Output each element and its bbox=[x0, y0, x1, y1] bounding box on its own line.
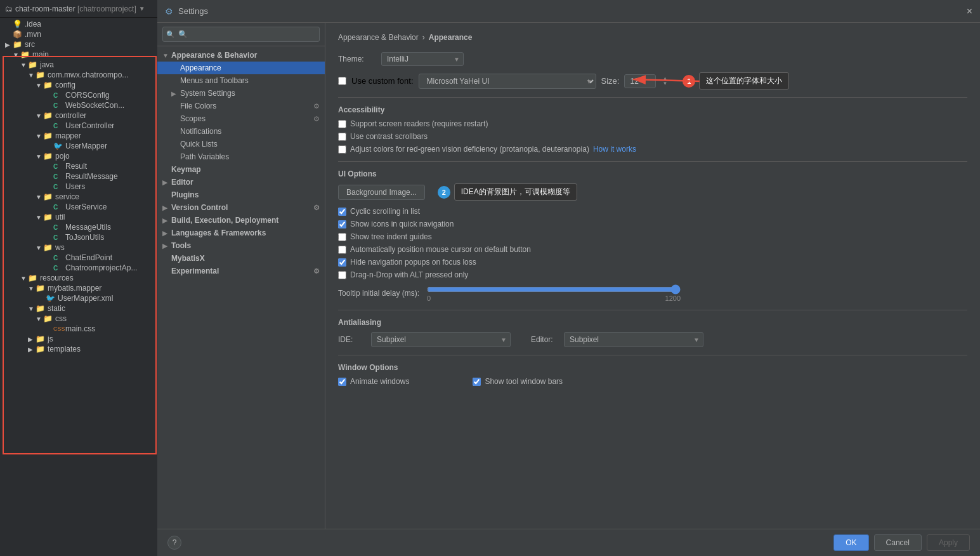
tree-item-src[interactable]: ▶📁src bbox=[0, 39, 160, 50]
sidebar-item-editor[interactable]: ▶ Editor bbox=[157, 176, 325, 189]
cancel-button[interactable]: Cancel bbox=[874, 534, 922, 551]
font-size-input[interactable] bbox=[624, 74, 656, 88]
sidebar-item-plugins[interactable]: Plugins bbox=[157, 189, 325, 201]
project-header[interactable]: 🗂 chat-room-master [chatroomproject] ▼ bbox=[0, 0, 160, 18]
tree-item-messageutils[interactable]: CMessageUtils bbox=[0, 222, 160, 232]
background-image-button[interactable]: Background Image... bbox=[338, 185, 425, 200]
show-icons-checkbox[interactable] bbox=[338, 220, 346, 228]
tree-item-chatendpoint[interactable]: CChatEndPoint bbox=[0, 253, 160, 263]
tree-item-com-mwx[interactable]: ▼📁com.mwx.chatroompo... bbox=[0, 70, 160, 80]
sidebar-item-languages[interactable]: ▶ Languages & Frameworks bbox=[157, 227, 325, 239]
sidebar-item-quick-lists[interactable]: Quick Lists bbox=[157, 138, 325, 150]
sidebar-label: Version Control bbox=[171, 203, 228, 212]
class-icon: C bbox=[53, 234, 63, 241]
window-options-row: Animate windows Show tool window bars bbox=[338, 377, 967, 390]
cyclic-scroll-checkbox[interactable] bbox=[338, 208, 346, 216]
how-it-works-link[interactable]: How it works bbox=[593, 145, 636, 154]
hide-nav-popups-checkbox[interactable] bbox=[338, 258, 346, 267]
hide-nav-popups-label: Hide navigation popups on focus loss bbox=[350, 258, 476, 267]
sidebar-item-version-control[interactable]: ▶ Version Control ⚙ bbox=[157, 201, 325, 214]
tree-item-mvn[interactable]: 📦.mvn bbox=[0, 29, 160, 39]
tree-item-service[interactable]: ▼📁service bbox=[0, 192, 160, 202]
sidebar-item-tools[interactable]: ▶ Tools bbox=[157, 239, 325, 252]
help-button[interactable]: ? bbox=[167, 536, 181, 550]
tree-item-usermapper-xml[interactable]: 🐦UserMapper.xml bbox=[0, 293, 160, 303]
tree-item-ws[interactable]: ▼📁ws bbox=[0, 242, 160, 253]
tree-item-util[interactable]: ▼📁util bbox=[0, 212, 160, 222]
tree-item-main[interactable]: ▼📁main bbox=[0, 50, 160, 60]
sidebar-item-build[interactable]: ▶ Build, Execution, Deployment bbox=[157, 214, 325, 227]
tree-item-pojo[interactable]: ▼📁pojo bbox=[0, 151, 160, 161]
tree-item-main-css[interactable]: CSSmain.css bbox=[0, 324, 160, 334]
tree-item-usermapper[interactable]: 🐦UserMapper bbox=[0, 141, 160, 151]
animate-windows-checkbox[interactable] bbox=[338, 378, 346, 386]
tooltip-delay-slider[interactable] bbox=[427, 284, 681, 295]
editor-aa-select[interactable]: Subpixel Greyscale No antialiasing bbox=[564, 332, 703, 347]
cyclic-scroll-label: Cyclic scrolling in list bbox=[350, 207, 420, 216]
accessibility-divider bbox=[338, 97, 967, 98]
tree-item-templates[interactable]: ▶📁templates bbox=[0, 344, 160, 354]
color-deficiency-label: Adjust colors for red-green vision defic… bbox=[350, 145, 589, 154]
sidebar-item-appearance[interactable]: Appearance bbox=[157, 62, 325, 74]
size-stepper-icon[interactable]: ▲▼ bbox=[662, 76, 667, 86]
tree-item-users[interactable]: CUsers bbox=[0, 182, 160, 192]
project-dropdown[interactable]: ▼ bbox=[139, 5, 145, 12]
tree-item-tojsonutils[interactable]: CToJsonUtils bbox=[0, 232, 160, 242]
tree-item-mapper[interactable]: ▼📁mapper bbox=[0, 131, 160, 141]
sidebar-item-notifications[interactable]: Notifications bbox=[157, 125, 325, 138]
sidebar-label: Editor bbox=[171, 178, 193, 187]
apply-button[interactable]: Apply bbox=[927, 534, 970, 551]
annotation-1-badge: 1 bbox=[683, 75, 695, 88]
tree-item-java[interactable]: ▼📁java bbox=[0, 60, 160, 70]
scopes-badge: ⚙ bbox=[313, 115, 320, 123]
sidebar-item-path-variables[interactable]: Path Variables bbox=[157, 150, 325, 163]
slider-labels: 0 1200 bbox=[427, 295, 681, 302]
tree-item-userservice[interactable]: CUserService bbox=[0, 202, 160, 212]
tree-item-static[interactable]: ▼📁static bbox=[0, 303, 160, 314]
tree-item-mybatis-mapper[interactable]: ▼📁mybatis.mapper bbox=[0, 283, 160, 293]
sidebar-item-experimental[interactable]: Experimental ⚙ bbox=[157, 265, 325, 277]
sidebar-label: Quick Lists bbox=[180, 140, 218, 149]
tree-item-chatroomprojectap[interactable]: CChatroomprojectAp... bbox=[0, 263, 160, 273]
tree-item-resources[interactable]: ▼📁resources bbox=[0, 273, 160, 283]
class-icon: C bbox=[53, 183, 63, 190]
folder-icon: 📁 bbox=[43, 243, 53, 252]
tree-item-controller[interactable]: ▼📁controller bbox=[0, 110, 160, 121]
ide-aa-select[interactable]: Subpixel Greyscale No antialiasing bbox=[371, 332, 511, 347]
tree-item-websocket[interactable]: CWebSocketCon... bbox=[0, 100, 160, 110]
tree-item-css[interactable]: ▼📁css bbox=[0, 314, 160, 324]
tree-indent-checkbox[interactable] bbox=[338, 233, 346, 241]
drag-drop-checkbox[interactable] bbox=[338, 271, 346, 279]
close-button[interactable]: × bbox=[967, 6, 972, 17]
tree-item-resultmessage[interactable]: CResultMessage bbox=[0, 171, 160, 182]
auto-cursor-checkbox[interactable] bbox=[338, 246, 346, 254]
sidebar-item-keymap[interactable]: Keymap bbox=[157, 163, 325, 176]
tree-item-result[interactable]: CResult bbox=[0, 161, 160, 171]
tree-item-usercontroller[interactable]: CUserController bbox=[0, 121, 160, 131]
color-deficiency-checkbox[interactable] bbox=[338, 145, 346, 154]
tree-item-js[interactable]: ▶📁js bbox=[0, 334, 160, 344]
sidebar-label: Experimental bbox=[171, 267, 219, 275]
bg-image-row: Background Image... 2 IDEA的背景图片，可调模糊度等 bbox=[338, 183, 967, 201]
contrast-scrollbars-checkbox[interactable] bbox=[338, 133, 346, 141]
sidebar-item-system-settings[interactable]: ▶ System Settings bbox=[157, 87, 325, 100]
expand-arrow: ▶ bbox=[162, 242, 171, 249]
sidebar-item-scopes[interactable]: Scopes ⚙ bbox=[157, 112, 325, 125]
tree-item-idea[interactable]: 💡.idea bbox=[0, 19, 160, 29]
sidebar-label: System Settings bbox=[180, 89, 235, 98]
sidebar-item-file-colors[interactable]: File Colors ⚙ bbox=[157, 100, 325, 112]
ui-options-divider bbox=[338, 161, 967, 162]
theme-select[interactable]: IntelliJ Darcula High contrast bbox=[381, 52, 464, 66]
sidebar-item-menus-toolbars[interactable]: Menus and Toolbars bbox=[157, 74, 325, 87]
show-tool-window-bars-checkbox[interactable] bbox=[473, 378, 481, 386]
settings-search-input[interactable] bbox=[162, 27, 320, 42]
ok-button[interactable]: OK bbox=[833, 534, 868, 551]
font-select[interactable]: Microsoft YaHei UI bbox=[419, 74, 596, 89]
screen-readers-checkbox[interactable] bbox=[338, 120, 346, 128]
sidebar-item-appearance-behavior[interactable]: ▼ Appearance & Behavior bbox=[157, 49, 325, 62]
tree-item-corsconfig[interactable]: CCORSConfig bbox=[0, 90, 160, 100]
sidebar-item-mybatisx[interactable]: MybatisX bbox=[157, 252, 325, 265]
antialiasing-label: Antialiasing bbox=[338, 318, 967, 327]
tree-item-config[interactable]: ▼📁config bbox=[0, 80, 160, 90]
custom-font-checkbox[interactable] bbox=[338, 77, 346, 85]
